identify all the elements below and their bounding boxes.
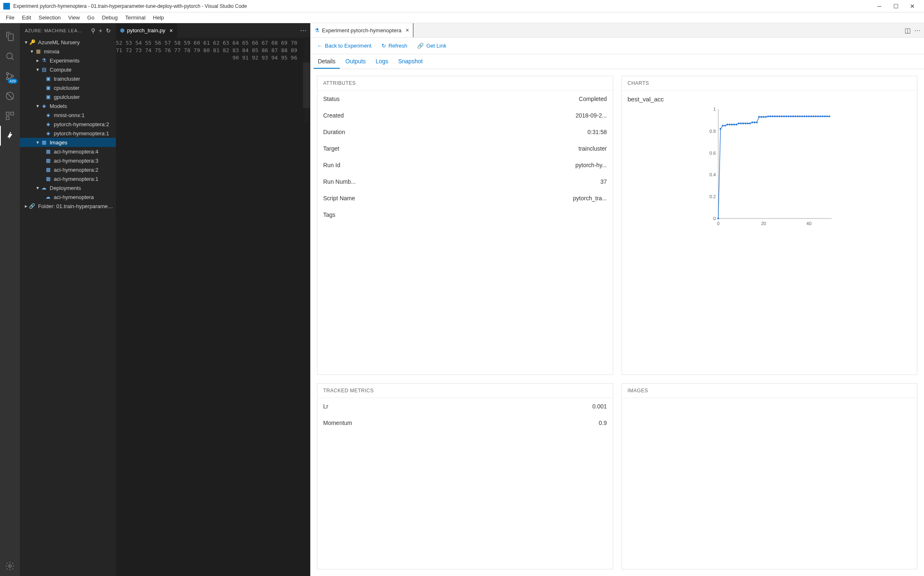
tree-compute-item[interactable]: ▣gpulcluster (20, 92, 116, 101)
svg-point-43 (769, 115, 771, 117)
tree-folder[interactable]: ▸🔗Folder: 01.train-hyperparamet... (20, 202, 116, 211)
menu-terminal[interactable]: Terminal (122, 14, 149, 22)
minimap-viewport[interactable] (303, 62, 310, 108)
tree-experiments[interactable]: ▸⚗Experiments (20, 56, 116, 65)
tree-image-item[interactable]: ▦aci-hymenoptera:2 (20, 165, 116, 174)
svg-point-28 (735, 124, 737, 125)
metrics-card: TRACKED METRICS Lr0.001Momentum0.9 (317, 383, 613, 569)
panel-actions: ◫ ⋯ (901, 23, 924, 37)
editor-tabs-right: ⚗ Experiment pytorch-hymenoptera × ◫ ⋯ (310, 23, 924, 38)
editor-tabs-left: ⬢ pytorch_train.py × ⋯ (116, 23, 310, 38)
tree-images[interactable]: ▾▦Images (20, 138, 116, 147)
svg-point-59 (806, 115, 807, 117)
menu-file[interactable]: File (2, 14, 18, 22)
svg-text:0: 0 (717, 221, 719, 226)
menu-view[interactable]: View (65, 14, 83, 22)
tab-details[interactable]: Details (314, 55, 340, 69)
svg-point-3 (12, 75, 14, 77)
tree-models[interactable]: ▾◈Models (20, 101, 116, 110)
activity-debug[interactable] (0, 86, 20, 106)
more-icon[interactable]: ⋯ (914, 26, 921, 34)
activity-scm[interactable]: 429 (0, 66, 20, 86)
metrics-list: Lr0.001Momentum0.9 (317, 398, 613, 431)
svg-point-53 (792, 115, 794, 117)
compute-icon: ▤ (41, 66, 47, 73)
tree-compute-item[interactable]: ▣traincluster (20, 74, 116, 83)
tree-root[interactable]: ▾🔑AzureML Nursery (20, 38, 116, 47)
pin-icon[interactable]: ⚲ (91, 27, 96, 34)
attr-value: 37 (600, 178, 607, 185)
tree-compute-item[interactable]: ▣cpulcluster (20, 83, 116, 92)
menu-debug[interactable]: Debug (98, 14, 121, 22)
svg-point-29 (737, 122, 739, 124)
tab-snapshot[interactable]: Snapshot (394, 55, 427, 69)
add-icon[interactable]: + (99, 27, 103, 34)
menu-edit[interactable]: Edit (19, 14, 34, 22)
refresh-icon: ↻ (382, 43, 386, 49)
tree-model-item[interactable]: ◈pytorch-hymenoptera:2 (20, 120, 116, 129)
attr-key: Tags (323, 211, 336, 218)
sidebar: AZURE: MACHINE LEA... ⚲ + ↻ ▾🔑AzureML Nu… (20, 23, 116, 576)
activity-search[interactable] (0, 46, 20, 66)
svg-point-30 (740, 122, 742, 124)
close-icon[interactable]: × (170, 27, 173, 34)
tree-compute[interactable]: ▾▤Compute (20, 65, 116, 74)
scm-badge: 429 (8, 79, 17, 84)
activity-azure[interactable] (0, 126, 20, 146)
tree-image-item[interactable]: ▦aci-hymenoptera:3 (20, 156, 116, 165)
key-icon: 🔑 (29, 39, 36, 46)
activity-extensions[interactable] (0, 106, 20, 126)
panel-tab[interactable]: ⚗ Experiment pytorch-hymenoptera × (310, 23, 413, 37)
deploy-icon: ☁ (45, 194, 51, 200)
activity-explorer[interactable] (0, 26, 20, 46)
tree-model-item[interactable]: ◈mnist-onnx:1 (20, 110, 116, 120)
editor-area: ⬢ pytorch_train.py × ⋯ 52 53 54 55 56 57… (116, 23, 924, 576)
tree-workspace[interactable]: ▾▦minxia (20, 47, 116, 56)
flask-icon: ⚗ (41, 57, 47, 64)
refresh-button[interactable]: ↻Refresh (382, 43, 408, 49)
refresh-icon[interactable]: ↻ (106, 27, 111, 34)
editor-actions: ⋯ (297, 23, 310, 38)
window-title: Experiment pytorch-hymenoptera - 01.trai… (13, 3, 871, 9)
deploy-icon: ☁ (41, 185, 47, 191)
activity-settings[interactable] (0, 556, 20, 576)
menu-help[interactable]: Help (150, 14, 168, 22)
getlink-button[interactable]: 🔗Get Link (417, 43, 446, 49)
python-icon: ⬢ (120, 27, 125, 34)
panel-body[interactable]: ATTRIBUTES StatusCompletedCreated2018-09… (310, 69, 924, 576)
attribute-row: StatusCompleted (317, 91, 613, 107)
more-icon[interactable]: ⋯ (300, 26, 307, 34)
attr-key: Target (323, 145, 339, 152)
svg-point-55 (797, 115, 798, 117)
code-editor[interactable]: 52 53 54 55 56 57 58 59 60 61 62 63 64 6… (116, 38, 310, 576)
tree-image-item[interactable]: ▦aci-hymenoptera:1 (20, 174, 116, 183)
sidebar-tree[interactable]: ▾🔑AzureML Nursery ▾▦minxia ▸⚗Experiments… (20, 38, 116, 576)
minimize-button[interactable]: ─ (871, 0, 888, 12)
close-icon[interactable]: × (406, 27, 409, 34)
tree-image-item[interactable]: ▦aci-hymenoptera:4 (20, 147, 116, 156)
attr-key: Status (323, 96, 340, 102)
attr-key: Script Name (323, 195, 355, 202)
svg-point-23 (724, 125, 725, 126)
metrics-header: TRACKED METRICS (317, 384, 613, 398)
minimap[interactable] (303, 38, 310, 576)
maximize-button[interactable]: ☐ (888, 0, 904, 12)
menu-selection[interactable]: Selection (35, 14, 64, 22)
tree-deployments[interactable]: ▾☁Deployments (20, 183, 116, 192)
back-button[interactable]: ←Back to Experiment (317, 43, 372, 49)
split-icon[interactable]: ◫ (905, 26, 911, 34)
attr-value: Completed (579, 96, 607, 102)
attribute-row: Run Numb...37 (317, 173, 613, 190)
attr-key: Run Numb... (323, 178, 356, 185)
tree-deployment-item[interactable]: ☁aci-hymenoptera (20, 192, 116, 202)
tab-logs[interactable]: Logs (372, 55, 392, 69)
editor-tab[interactable]: ⬢ pytorch_train.py × (116, 23, 178, 38)
tab-outputs[interactable]: Outputs (341, 55, 370, 69)
attributes-card: ATTRIBUTES StatusCompletedCreated2018-09… (317, 76, 613, 375)
svg-point-41 (765, 116, 766, 118)
chart-title: best_val_acc (622, 91, 917, 103)
svg-point-63 (815, 115, 816, 117)
close-button[interactable]: ✕ (904, 0, 921, 12)
menu-go[interactable]: Go (84, 14, 98, 22)
tree-model-item[interactable]: ◈pytorch-hymenoptera:1 (20, 129, 116, 138)
